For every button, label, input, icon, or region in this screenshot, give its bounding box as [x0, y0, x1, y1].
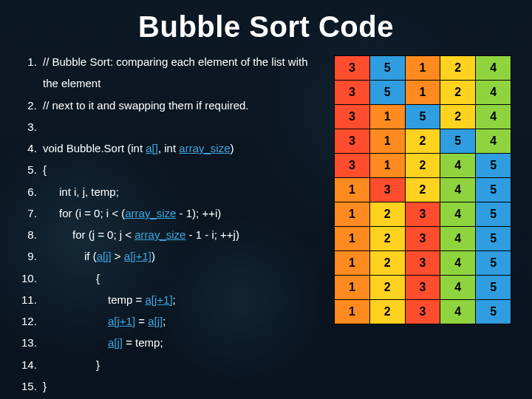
- code-line: // next to it and swapping them if requi…: [40, 95, 321, 116]
- table-cell: 2: [405, 154, 440, 178]
- code-param: a[]: [146, 142, 158, 154]
- table-cell: 3: [369, 178, 405, 202]
- code-line: if (a[j] > a[j+1]): [40, 245, 321, 267]
- code-var: array_size: [134, 228, 185, 241]
- table-cell: 3: [405, 202, 440, 227]
- code-frag: for (i = 0; i < (: [59, 207, 125, 219]
- code-line: a[j] = temp;: [40, 332, 321, 353]
- table-row: 12345: [335, 227, 511, 251]
- code-text: // Bubble Sort: comparing each element o…: [43, 55, 308, 89]
- table-cell: 4: [440, 276, 476, 300]
- code-text: {: [43, 267, 100, 289]
- code-frag: =: [135, 315, 148, 327]
- code-var: a[j]: [97, 250, 112, 262]
- code-var: a[j+1]: [108, 315, 135, 327]
- table-row: 12345: [335, 202, 511, 227]
- code-line: {: [40, 159, 321, 180]
- code-frag: ;: [163, 315, 166, 327]
- code-var: array_size: [125, 207, 176, 219]
- table-cell: 5: [476, 227, 511, 251]
- slide-content: // Bubble Sort: comparing each element o…: [21, 51, 511, 397]
- table-cell: 4: [476, 129, 511, 154]
- table-row: 31524: [335, 105, 511, 129]
- code-line: for (i = 0; i < (array_size - 1); ++i): [40, 202, 321, 224]
- table-cell: 2: [440, 56, 476, 81]
- table-row: 12345: [335, 276, 511, 300]
- code-text: void Bubble.Sort (int: [43, 142, 146, 154]
- code-line: void Bubble.Sort (int a[], int array_siz…: [40, 137, 321, 159]
- table-cell: 4: [440, 178, 476, 202]
- table-cell: 1: [335, 251, 370, 276]
- code-line: }: [40, 354, 321, 375]
- table-cell: 5: [440, 129, 476, 154]
- table-cell: 2: [369, 276, 405, 300]
- table-row: 12345: [335, 251, 511, 276]
- table-cell: 1: [335, 300, 370, 324]
- table-cell: 4: [476, 81, 511, 105]
- table-cell: 2: [440, 81, 476, 105]
- code-listing: // Bubble Sort: comparing each element o…: [21, 51, 321, 397]
- code-line: }: [40, 375, 321, 397]
- table-cell: 5: [476, 178, 511, 202]
- table-cell: 3: [405, 227, 440, 251]
- table-cell: 3: [335, 81, 370, 105]
- table-cell: 4: [476, 56, 511, 81]
- table-cell: 5: [369, 56, 405, 81]
- code-text: a[j] = temp;: [43, 332, 163, 353]
- code-text: for (i = 0; i < (array_size - 1); ++i): [43, 202, 221, 224]
- table-cell: 1: [335, 227, 370, 251]
- code-line: for (j = 0; j < array_size - 1 - i; ++j): [40, 224, 321, 245]
- code-text: , int: [158, 142, 179, 154]
- sort-steps-table: 3512435124315243125431245132451234512345…: [334, 55, 511, 324]
- code-var: a[j]: [148, 315, 163, 327]
- code-text: for (j = 0; j < array_size - 1 - i; ++j): [43, 224, 239, 245]
- table-row: 35124: [335, 81, 511, 105]
- slide-title: Bubble Sort Code: [21, 10, 511, 44]
- code-frag: temp =: [108, 293, 145, 306]
- code-frag: - 1 - i; ++j): [185, 228, 239, 241]
- code-var: a[j+1]: [124, 250, 151, 262]
- code-frag: ;: [173, 293, 176, 306]
- code-line: temp = a[j+1];: [40, 289, 321, 310]
- table-cell: 5: [369, 81, 405, 105]
- table-row: 35124: [335, 56, 511, 81]
- code-line: int i, j, temp;: [40, 181, 321, 202]
- code-text: a[j+1] = a[j];: [43, 310, 166, 332]
- table-cell: 1: [369, 129, 405, 154]
- table-cell: 4: [476, 105, 511, 129]
- table-cell: 4: [440, 227, 476, 251]
- table-cell: 1: [405, 56, 440, 81]
- code-text: temp = a[j+1];: [43, 289, 176, 310]
- code-text: }: [43, 380, 47, 392]
- table-cell: 5: [476, 154, 511, 178]
- code-frag: if (: [84, 250, 97, 262]
- table-row: 31254: [335, 129, 511, 154]
- table-cell: 1: [405, 81, 440, 105]
- table-cell: 2: [405, 129, 440, 154]
- table-row: 13245: [335, 178, 511, 202]
- table-cell: 1: [335, 276, 370, 300]
- table-cell: 5: [476, 276, 511, 300]
- table-cell: 5: [476, 202, 511, 227]
- code-var: a[j+1]: [145, 293, 172, 306]
- code-frag: >: [112, 250, 124, 262]
- code-var: a[j]: [108, 336, 123, 349]
- code-line: [40, 116, 321, 137]
- table-cell: 4: [440, 251, 476, 276]
- code-text: // next to it and swapping them if requi…: [43, 99, 249, 112]
- code-frag: ): [151, 250, 155, 262]
- code-frag: - 1); ++i): [176, 207, 221, 219]
- table-cell: 4: [440, 154, 476, 178]
- table-cell: 1: [369, 105, 405, 129]
- code-text: }: [43, 354, 100, 375]
- table-cell: 3: [335, 129, 370, 154]
- sort-table-wrap: 3512435124315243125431245132451234512345…: [334, 51, 511, 397]
- table-cell: 2: [369, 300, 405, 324]
- table-cell: 2: [369, 251, 405, 276]
- code-line: a[j+1] = a[j];: [40, 310, 321, 332]
- table-cell: 2: [369, 202, 405, 227]
- code-line: {: [40, 267, 321, 289]
- table-cell: 3: [335, 105, 370, 129]
- code-frag: = temp;: [123, 336, 163, 349]
- table-cell: 4: [440, 300, 476, 324]
